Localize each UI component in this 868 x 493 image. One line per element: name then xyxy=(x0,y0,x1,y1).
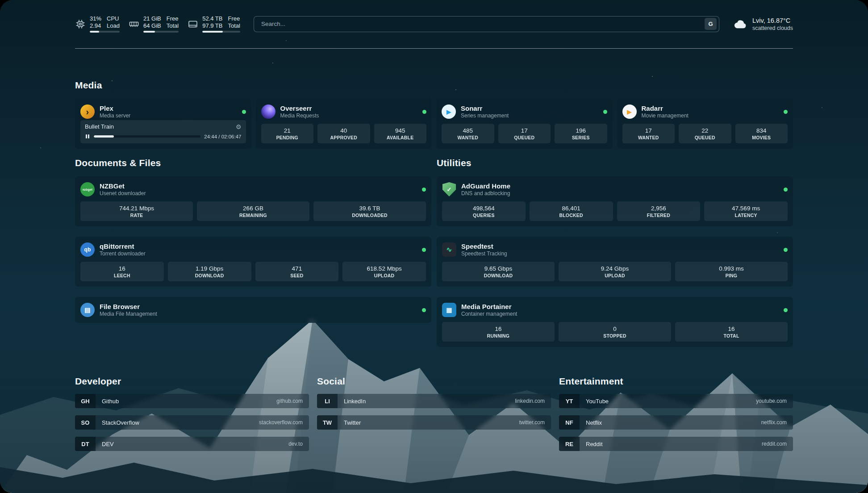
stat-label: AVAILABLE xyxy=(376,135,425,141)
stat-label: TOTAL xyxy=(677,333,786,339)
stat-remaining: 266 GBREMAINING xyxy=(197,201,309,221)
resource-value: 97.9 TB xyxy=(202,22,222,29)
service-card-qbittorrent[interactable]: qbqBittorrentTorrent downloader16LEECH1.… xyxy=(75,237,431,287)
section-title-utilities: Utilities xyxy=(437,158,793,168)
resource-value: 21 GiB xyxy=(143,15,161,22)
stat-rate: 744.21 MbpsRATE xyxy=(80,201,193,221)
playback-time: 24:44 / 02:06:47 xyxy=(204,134,241,139)
media-cards: ›PlexMedia serverBullet Train⚙24:44 / 02… xyxy=(75,99,793,149)
search-bar[interactable]: G xyxy=(254,16,719,32)
resource-label: Total xyxy=(228,22,240,29)
service-subtitle: Movie management xyxy=(642,113,779,119)
stat-label: RATE xyxy=(82,213,191,218)
section-title-media: Media xyxy=(75,80,793,91)
service-subtitle: Torrent downloader xyxy=(100,251,417,257)
service-subtitle: Media Requests xyxy=(280,113,418,119)
bookmark-youtube[interactable]: YTYouTubeyoutube.com xyxy=(559,394,793,408)
search-input[interactable] xyxy=(260,20,705,28)
stat-available: 945AVAILABLE xyxy=(374,124,427,143)
bookmark-reddit[interactable]: RERedditreddit.com xyxy=(559,437,793,451)
resource-label: Free xyxy=(228,15,240,22)
resource-widget-memory: 21 GiBFree64 GiBTotal xyxy=(129,15,179,33)
playback-progress[interactable] xyxy=(94,135,201,138)
service-card-nzbget[interactable]: nzbgetNZBGetUsenet downloader744.21 Mbps… xyxy=(75,176,431,226)
stat-latency: 47.569 msLATENCY xyxy=(704,201,788,221)
service-card-filebrowser[interactable]: ▤File BrowserMedia File Management xyxy=(75,297,431,323)
bookmark-twitter[interactable]: TWTwittertwitter.com xyxy=(317,415,551,430)
service-name: Radarr xyxy=(642,104,779,113)
bookmark-dev[interactable]: DTDEVdev.to xyxy=(75,437,309,451)
stat-value: 40 xyxy=(319,127,368,134)
status-dot xyxy=(784,248,788,252)
weather-condition: scattered clouds xyxy=(752,25,793,32)
stat-value: 16 xyxy=(82,265,162,272)
status-dot xyxy=(784,110,788,114)
bookmark-group-developer: DeveloperGHGithubgithub.comSOStackOverfl… xyxy=(75,376,309,458)
qbittorrent-icon: qb xyxy=(80,242,95,257)
service-card-portainer[interactable]: ▦Media PortainerContainer management16RU… xyxy=(437,297,793,347)
cloud-icon xyxy=(733,17,748,32)
stat-label: UPLOAD xyxy=(344,273,424,279)
service-card-sonarr[interactable]: ▶SonarrSeries management485WANTED17QUEUE… xyxy=(436,99,613,149)
utilities-cards: ✓AdGuard HomeDNS and adblocking498,564QU… xyxy=(437,176,793,347)
resource-progress xyxy=(90,31,120,33)
resource-widgets: 31%CPU2.94Load21 GiBFree64 GiBTotal52.4 … xyxy=(75,15,240,33)
stat-label: REMAINING xyxy=(199,213,308,218)
service-subtitle: Series management xyxy=(461,113,598,119)
stat-value: 945 xyxy=(376,127,425,134)
radarr-icon: ▶ xyxy=(622,104,637,119)
weather-widget: Lviv, 16.87°C scattered clouds xyxy=(733,17,793,32)
speedtest-icon: ∿ xyxy=(442,242,456,257)
status-dot xyxy=(242,110,246,114)
plex-icon: › xyxy=(80,104,95,119)
pause-button[interactable] xyxy=(85,134,90,139)
search-provider-button[interactable]: G xyxy=(705,18,717,30)
service-subtitle: DNS and adblocking xyxy=(461,190,779,197)
stat-label: LEECH xyxy=(82,273,162,279)
resource-value: 31% xyxy=(90,15,101,22)
stat-download: 1.19 GbpsDOWNLOAD xyxy=(168,262,251,281)
documents-cards: nzbgetNZBGetUsenet downloader744.21 Mbps… xyxy=(75,176,431,323)
card-header: ∿SpeedtestSpeedtest Tracking xyxy=(442,242,788,257)
service-card-adguard[interactable]: ✓AdGuard HomeDNS and adblocking498,564QU… xyxy=(437,176,793,226)
resource-label: Total xyxy=(167,22,179,29)
bookmark-github[interactable]: GHGithubgithub.com xyxy=(75,394,309,408)
disk-icon xyxy=(188,19,198,29)
bookmark-abbr: LI xyxy=(317,394,338,408)
bookmark-stackoverflow[interactable]: SOStackOverflowstackoverflow.com xyxy=(75,415,309,430)
bookmark-linkedin[interactable]: LILinkedInlinkedin.com xyxy=(317,394,551,408)
stat-value: 17 xyxy=(624,127,673,134)
stat-download: 9.65 GbpsDOWNLOAD xyxy=(442,262,555,281)
card-header: ▤File BrowserMedia File Management xyxy=(80,302,426,318)
resource-label: Free xyxy=(167,15,179,22)
stat-value: 86,401 xyxy=(531,205,611,212)
service-card-speedtest[interactable]: ∿SpeedtestSpeedtest Tracking9.65 GbpsDOW… xyxy=(437,237,793,287)
documents-column: Documents & Files nzbgetNZBGetUsenet dow… xyxy=(75,158,431,347)
service-card-plex[interactable]: ›PlexMedia serverBullet Train⚙24:44 / 02… xyxy=(75,99,251,149)
service-card-overseerr[interactable]: OverseerrMedia Requests21PENDING40APPROV… xyxy=(256,99,432,149)
cpu-icon xyxy=(75,19,86,29)
stat-value: 47.569 ms xyxy=(706,205,786,212)
service-name: qBittorrent xyxy=(100,242,417,251)
stat-label: WANTED xyxy=(624,135,673,141)
stat-value: 266 GB xyxy=(199,205,308,212)
resource-label: CPU xyxy=(107,15,120,22)
section-title: Developer xyxy=(75,376,309,387)
stat-value: 471 xyxy=(257,265,337,272)
stat-label: DOWNLOAD xyxy=(444,273,553,279)
stat-queued: 17QUEUED xyxy=(498,124,551,143)
stat-queries: 498,564QUERIES xyxy=(442,201,526,221)
bookmark-name: Twitter xyxy=(338,419,513,426)
weather-location: Lviv, 16.87°C xyxy=(752,17,793,25)
bookmark-name: Github xyxy=(96,398,270,405)
service-card-radarr[interactable]: ▶RadarrMovie management17WANTED22QUEUED8… xyxy=(617,99,793,149)
card-header: ›PlexMedia server xyxy=(80,104,246,119)
settings-icon[interactable]: ⚙ xyxy=(236,124,242,130)
bookmark-netflix[interactable]: NFNetflixnetflix.com xyxy=(559,415,793,430)
service-name: Plex xyxy=(100,104,237,113)
stat-value: 834 xyxy=(737,127,786,134)
stat-label: BLOCKED xyxy=(531,213,611,218)
resource-value: 52.4 TB xyxy=(202,15,222,22)
now-playing-title: Bullet Train xyxy=(85,123,114,130)
status-dot xyxy=(422,248,426,252)
